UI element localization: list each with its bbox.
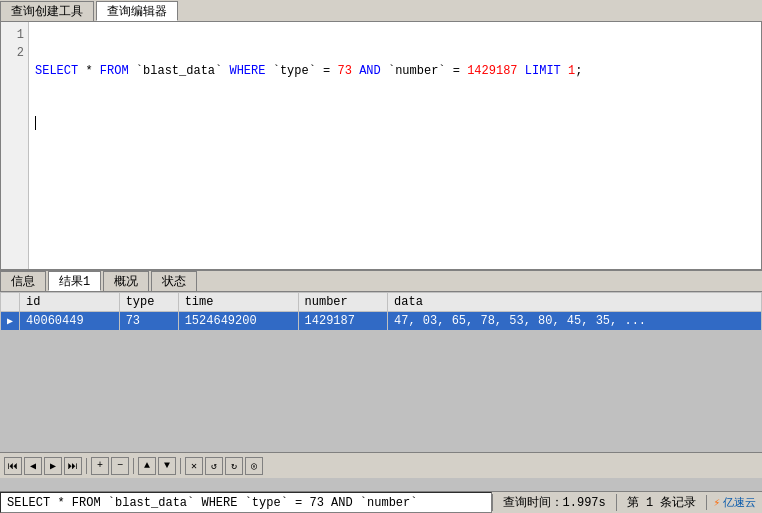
btn-redo[interactable]: ↻ bbox=[225, 457, 243, 475]
status-time: 查询时间：1.997s bbox=[492, 494, 616, 511]
tab-results[interactable]: 结果1 bbox=[48, 271, 101, 291]
separator-2 bbox=[133, 458, 134, 474]
col-time[interactable]: time bbox=[178, 293, 298, 312]
tab-query-editor[interactable]: 查询编辑器 bbox=[96, 1, 178, 21]
status-sql: SELECT * FROM `blast_data` WHERE `type` … bbox=[0, 492, 492, 513]
top-tab-bar: 查询创建工具 查询编辑器 bbox=[0, 0, 762, 22]
btn-refresh[interactable]: ◎ bbox=[245, 457, 263, 475]
status-brand: ⚡ 亿速云 bbox=[706, 495, 762, 510]
separator-3 bbox=[180, 458, 181, 474]
main-container: 查询创建工具 查询编辑器 1 2 SELECT * FROM `blast_da… bbox=[0, 0, 762, 513]
tab-query-builder[interactable]: 查询创建工具 bbox=[0, 1, 94, 21]
btn-undo[interactable]: ↺ bbox=[205, 457, 223, 475]
btn-remove[interactable]: − bbox=[111, 457, 129, 475]
cell-type: 73 bbox=[119, 312, 178, 331]
tab-status[interactable]: 状态 bbox=[151, 271, 197, 291]
btn-up[interactable]: ▲ bbox=[138, 457, 156, 475]
results-section: 信息 结果1 概况 状态 id type time number data bbox=[0, 270, 762, 491]
btn-last[interactable]: ⏭ bbox=[64, 457, 82, 475]
brand-name: 亿速云 bbox=[723, 495, 756, 510]
btn-first[interactable]: ⏮ bbox=[4, 457, 22, 475]
btn-add[interactable]: + bbox=[91, 457, 109, 475]
row-indicator: ▶ bbox=[1, 312, 20, 331]
bottom-tab-bar: 信息 结果1 概况 状态 bbox=[0, 270, 762, 292]
tab-overview[interactable]: 概况 bbox=[103, 271, 149, 291]
query-time-value: 1.997s bbox=[563, 496, 606, 510]
query-time-label: 查询时间： bbox=[503, 496, 563, 510]
sql-editor[interactable]: 1 2 SELECT * FROM `blast_data` WHERE `ty… bbox=[0, 22, 762, 270]
sql-content[interactable]: SELECT * FROM `blast_data` WHERE `type` … bbox=[29, 22, 761, 269]
cell-number: 1429187 bbox=[298, 312, 387, 331]
tab-info[interactable]: 信息 bbox=[0, 271, 46, 291]
data-table-wrap[interactable]: id type time number data ▶ 40060449 73 1… bbox=[0, 292, 762, 452]
col-data[interactable]: data bbox=[388, 293, 762, 312]
line-numbers: 1 2 bbox=[1, 22, 29, 269]
btn-prev[interactable]: ◀ bbox=[24, 457, 42, 475]
col-number[interactable]: number bbox=[298, 293, 387, 312]
data-table: id type time number data ▶ 40060449 73 1… bbox=[0, 292, 762, 331]
col-indicator bbox=[1, 293, 20, 312]
bottom-toolbar: ⏮ ◀ ▶ ⏭ + − ▲ ▼ ✕ ↺ ↻ ◎ bbox=[0, 452, 762, 478]
table-row[interactable]: ▶ 40060449 73 1524649200 1429187 47, 03,… bbox=[1, 312, 762, 331]
btn-next[interactable]: ▶ bbox=[44, 457, 62, 475]
cell-id: 40060449 bbox=[20, 312, 120, 331]
cell-time: 1524649200 bbox=[178, 312, 298, 331]
separator-1 bbox=[86, 458, 87, 474]
btn-cancel[interactable]: ✕ bbox=[185, 457, 203, 475]
cell-data: 47, 03, 65, 78, 53, 80, 45, 35, ... bbox=[388, 312, 762, 331]
brand-logo-icon: ⚡ bbox=[713, 496, 720, 509]
status-bar: SELECT * FROM `blast_data` WHERE `type` … bbox=[0, 491, 762, 513]
col-type[interactable]: type bbox=[119, 293, 178, 312]
status-count: 第 1 条记录 bbox=[616, 494, 707, 511]
col-id[interactable]: id bbox=[20, 293, 120, 312]
btn-down[interactable]: ▼ bbox=[158, 457, 176, 475]
